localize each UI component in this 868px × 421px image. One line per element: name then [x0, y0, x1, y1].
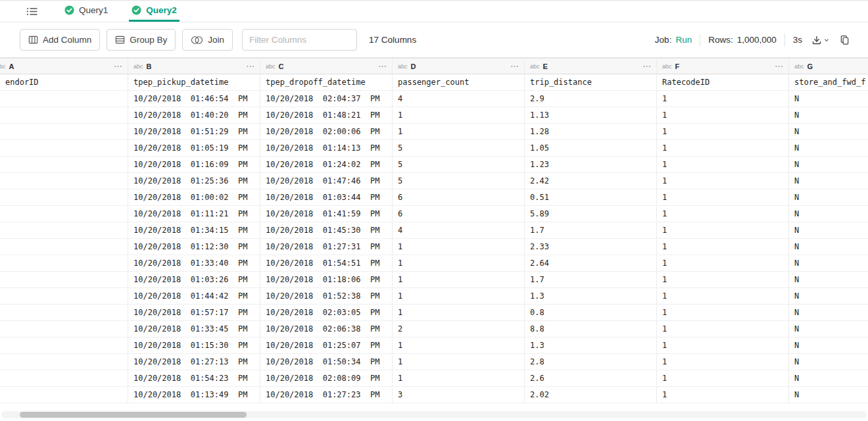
- group-by-button[interactable]: Group By: [107, 29, 176, 51]
- column-menu-icon[interactable]: ⋯: [374, 61, 387, 71]
- cell[interactable]: 8.8: [525, 321, 657, 337]
- cell[interactable]: [0, 337, 128, 353]
- cell[interactable]: 10/20/2018 02:04:37 PM: [260, 91, 393, 107]
- cell[interactable]: 1.7: [525, 272, 657, 287]
- cell[interactable]: 1: [393, 370, 525, 386]
- cell[interactable]: 2.64: [525, 255, 657, 271]
- cell[interactable]: N: [789, 157, 868, 172]
- cell[interactable]: 1: [657, 157, 789, 172]
- cell[interactable]: 10/20/2018 01:50:34 PM: [260, 354, 393, 370]
- cell[interactable]: 2.8: [525, 354, 657, 370]
- cell[interactable]: N: [789, 189, 868, 205]
- cell[interactable]: 2: [393, 321, 525, 337]
- cell[interactable]: 1: [657, 387, 789, 403]
- cell[interactable]: 10/20/2018 01:27:23 PM: [260, 387, 393, 403]
- cell[interactable]: 0.51: [525, 189, 657, 205]
- cell[interactable]: N: [789, 107, 868, 123]
- cell[interactable]: 1: [657, 354, 789, 370]
- cell[interactable]: N: [789, 370, 868, 386]
- cell[interactable]: 10/20/2018 02:03:05 PM: [260, 305, 393, 320]
- cell[interactable]: N: [789, 124, 868, 139]
- cell[interactable]: store_and_fwd_f: [789, 74, 868, 90]
- cell[interactable]: 1.7: [525, 222, 657, 238]
- tab-query2[interactable]: Query2: [129, 1, 180, 22]
- cell[interactable]: N: [789, 354, 868, 370]
- cell[interactable]: 1: [657, 222, 789, 238]
- cell[interactable]: [0, 272, 128, 287]
- cell[interactable]: 4: [393, 91, 525, 107]
- cell[interactable]: 1.3: [525, 337, 657, 353]
- cell[interactable]: 10/20/2018 01:03:44 PM: [260, 189, 393, 205]
- column-menu-icon[interactable]: ⋯: [506, 61, 519, 71]
- cell[interactable]: N: [789, 222, 868, 238]
- cell[interactable]: 10/20/2018 02:08:09 PM: [260, 370, 393, 386]
- cell[interactable]: 10/20/2018 01:47:46 PM: [260, 173, 393, 189]
- cell[interactable]: 10/20/2018 01:11:21 PM: [128, 206, 260, 222]
- cell[interactable]: 10/20/2018 01:45:30 PM: [260, 222, 393, 238]
- cell[interactable]: 10/20/2018 01:33:45 PM: [128, 321, 260, 337]
- cell[interactable]: 10/20/2018 01:00:02 PM: [128, 189, 260, 205]
- join-button[interactable]: Join: [182, 29, 233, 51]
- cell[interactable]: 1: [393, 272, 525, 287]
- cell[interactable]: 10/20/2018 02:06:38 PM: [260, 321, 393, 337]
- column-menu-icon[interactable]: ⋯: [110, 61, 122, 71]
- cell[interactable]: 0.8: [525, 305, 657, 320]
- cell[interactable]: [0, 387, 128, 403]
- cell[interactable]: 1: [393, 337, 525, 353]
- cell[interactable]: 2.6: [525, 370, 657, 386]
- column-menu-icon[interactable]: ⋯: [771, 61, 783, 71]
- cell[interactable]: [0, 354, 128, 370]
- cell[interactable]: N: [789, 91, 868, 107]
- cell[interactable]: 10/20/2018 01:34:15 PM: [128, 222, 260, 238]
- column-header-F[interactable]: abcF⋯: [657, 59, 789, 74]
- cell[interactable]: 1: [657, 140, 789, 156]
- column-header-E[interactable]: abcE⋯: [525, 59, 657, 74]
- cell[interactable]: 10/20/2018 01:12:30 PM: [128, 239, 260, 255]
- cell[interactable]: 1: [657, 370, 789, 386]
- cell[interactable]: [0, 140, 128, 156]
- cell[interactable]: [0, 157, 128, 172]
- column-header-C[interactable]: abcC⋯: [260, 59, 393, 74]
- cell[interactable]: 1: [657, 189, 789, 205]
- cell[interactable]: 1: [657, 255, 789, 271]
- cell[interactable]: 2.02: [525, 387, 657, 403]
- column-menu-icon[interactable]: ⋯: [639, 61, 651, 71]
- column-header-G[interactable]: abcG⋯: [789, 59, 868, 74]
- cell[interactable]: 10/20/2018 01:51:29 PM: [128, 124, 260, 139]
- queries-list-button[interactable]: [22, 1, 42, 22]
- cell[interactable]: 4: [393, 222, 525, 238]
- cell[interactable]: 1: [657, 337, 789, 353]
- filter-columns-input[interactable]: [242, 29, 357, 51]
- cell[interactable]: 1: [657, 305, 789, 320]
- cell[interactable]: 1.3: [525, 288, 657, 304]
- cell[interactable]: [0, 239, 128, 255]
- cell[interactable]: RatecodeID: [657, 74, 789, 90]
- cell[interactable]: 10/20/2018 01:27:13 PM: [128, 354, 260, 370]
- cell[interactable]: 1: [393, 255, 525, 271]
- cell[interactable]: 1: [657, 124, 789, 139]
- cell[interactable]: [0, 370, 128, 386]
- cell[interactable]: N: [789, 140, 868, 156]
- cell[interactable]: endorID: [0, 74, 128, 90]
- cell[interactable]: 3: [393, 387, 525, 403]
- cell[interactable]: 1.13: [525, 107, 657, 123]
- cell[interactable]: 2.9: [525, 91, 657, 107]
- cell[interactable]: N: [789, 305, 868, 320]
- cell[interactable]: 10/20/2018 01:15:30 PM: [128, 337, 260, 353]
- cell[interactable]: 5.89: [525, 206, 657, 222]
- cell[interactable]: 1: [393, 288, 525, 304]
- cell[interactable]: N: [789, 321, 868, 337]
- cell[interactable]: passenger_count: [393, 74, 525, 90]
- cell[interactable]: tpep_pickup_datetime: [128, 74, 260, 90]
- cell[interactable]: [0, 91, 128, 107]
- cell[interactable]: 10/20/2018 01:25:36 PM: [128, 173, 260, 189]
- copy-button[interactable]: [838, 34, 851, 47]
- cell[interactable]: 1: [393, 124, 525, 139]
- cell[interactable]: [0, 288, 128, 304]
- cell[interactable]: [0, 173, 128, 189]
- tab-query1[interactable]: Query1: [62, 1, 110, 22]
- cell[interactable]: N: [789, 255, 868, 271]
- cell[interactable]: 2.33: [525, 239, 657, 255]
- cell[interactable]: 1: [657, 173, 789, 189]
- cell[interactable]: 1.23: [525, 157, 657, 172]
